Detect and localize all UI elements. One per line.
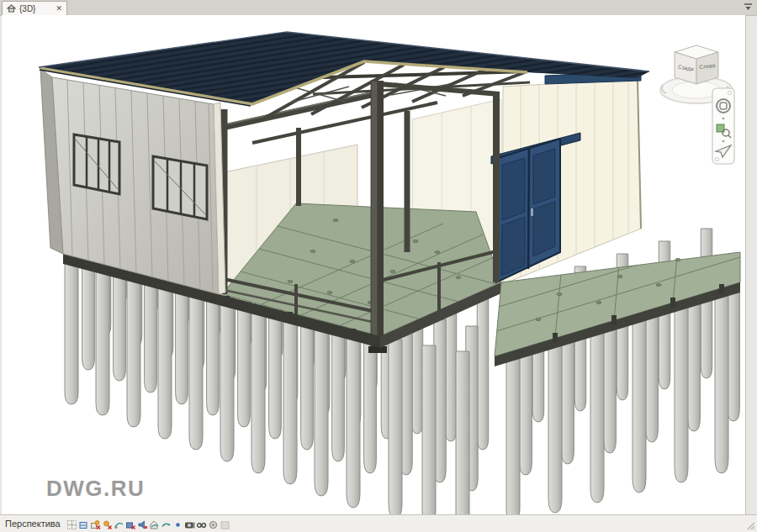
scale-icon[interactable] [66, 519, 77, 529]
tab-3d-view[interactable]: {3D} ✕ [2, 1, 67, 15]
window-1[interactable] [74, 134, 119, 194]
detail-level-icon[interactable] [78, 519, 89, 529]
shadows-icon[interactable] [114, 519, 124, 529]
view-control-bar: Перспектива [0, 514, 757, 532]
crop-view-icon[interactable] [137, 519, 148, 529]
sun-path-icon[interactable] [102, 519, 113, 529]
displacement-sets-icon[interactable] [220, 519, 230, 529]
building-model-3d[interactable] [2, 15, 745, 514]
temporary-view-properties-icon[interactable] [196, 519, 207, 529]
door-handle [531, 208, 533, 216]
house-3d-icon [7, 4, 16, 13]
lock-3d-view-icon[interactable] [161, 519, 172, 529]
view-tab-bar: {3D} ✕ [0, 0, 757, 16]
temporary-hide-isolate-icon[interactable] [172, 519, 183, 529]
crop-region-icon[interactable] [149, 519, 160, 529]
resize-grip[interactable] [745, 520, 755, 530]
tab-label: {3D} [19, 4, 52, 13]
rendering-dialog-icon[interactable] [125, 519, 136, 529]
viewcube-cube[interactable]: Сзади Слева [675, 45, 718, 84]
drawing-area[interactable]: DWG.RU Сзади Слева [2, 15, 746, 514]
revit-window: {3D} ✕ [0, 0, 757, 532]
visual-style-icon[interactable] [90, 519, 101, 529]
navigation-bar[interactable] [712, 87, 735, 165]
analytical-model-icon[interactable] [208, 519, 219, 529]
window-2[interactable] [153, 156, 207, 219]
watermark: DWG.RU [46, 476, 145, 502]
tab-close-icon[interactable]: ✕ [56, 5, 62, 13]
tab-list-icon[interactable] [743, 3, 754, 12]
reveal-hidden-elements-icon[interactable] [184, 519, 195, 529]
view-type-label: Перспектива [5, 519, 61, 529]
